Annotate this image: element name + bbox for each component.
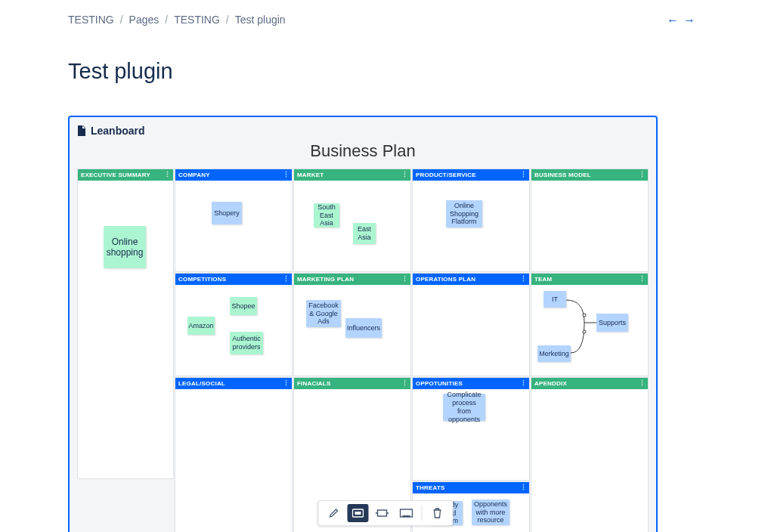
section-menu-icon[interactable]: ⋮: [639, 379, 646, 387]
section-header[interactable]: COMPETITIONS⋮: [175, 274, 292, 285]
view-full-button[interactable]: [396, 504, 417, 522]
page-title: Test plugin: [68, 59, 703, 84]
leanboard-panel: Leanboard Business Plan EXECUTIVE SUMMAR…: [68, 116, 658, 532]
section-header[interactable]: APENDDIX⋮: [531, 378, 648, 389]
breadcrumb-separator: /: [120, 14, 123, 26]
align-full-icon: [400, 509, 413, 518]
sticky-note[interactable]: Online Shopping Flatform: [446, 200, 482, 227]
align-center-icon: [352, 509, 364, 518]
section-menu-icon[interactable]: ⋮: [283, 171, 290, 178]
section-header[interactable]: EXECUTIVE SUMMARY⋮: [78, 169, 173, 181]
sticky-note[interactable]: Shopery: [212, 202, 242, 224]
sticky-note[interactable]: Supports: [596, 314, 628, 332]
section-menu-icon[interactable]: ⋮: [401, 171, 408, 178]
section-menu-icon[interactable]: ⋮: [520, 379, 527, 387]
section-header[interactable]: MARKETING PLAN⋮: [294, 274, 410, 285]
section-team: TEAM⋮ IT Supports Merketing: [531, 273, 649, 376]
section-legal-social: LEGAL/SOCIAL⋮: [175, 377, 293, 532]
delete-button[interactable]: [427, 504, 448, 522]
svg-point-0: [583, 314, 586, 317]
pencil-icon: [329, 508, 339, 518]
align-wide-icon: [376, 509, 389, 517]
section-appendix: APENDDIX⋮: [531, 377, 649, 532]
sticky-note[interactable]: Shopee: [230, 297, 257, 315]
breadcrumb-separator: /: [165, 14, 168, 26]
breadcrumb-item[interactable]: Test plugin: [235, 14, 286, 26]
section-header[interactable]: OPERATIONS PLAN⋮: [413, 274, 529, 285]
view-center-button[interactable]: [348, 504, 369, 522]
breadcrumb-item[interactable]: TESTING: [68, 14, 114, 26]
section-operations-plan: OPERATIONS PLAN⋮: [412, 273, 530, 376]
section-opportunities: OPPOTUNITIES⋮ Complicate process from op…: [412, 377, 530, 481]
section-menu-icon[interactable]: ⋮: [520, 275, 527, 283]
sticky-note[interactable]: Complicate process from opponents: [443, 394, 485, 421]
breadcrumb: TESTING / Pages / TESTING / Test plugin: [68, 14, 703, 26]
section-menu-icon[interactable]: ⋮: [520, 484, 527, 491]
svg-rect-8: [403, 515, 410, 517]
sticky-note[interactable]: East Asia: [353, 223, 376, 244]
edit-button[interactable]: [324, 504, 345, 522]
sticky-note[interactable]: Influencers: [345, 318, 382, 338]
section-menu-icon[interactable]: ⋮: [639, 275, 646, 283]
breadcrumb-item[interactable]: Pages: [129, 14, 159, 26]
svg-rect-3: [355, 512, 361, 515]
section-header[interactable]: MARKET⋮: [294, 169, 410, 181]
sticky-note[interactable]: South East Asia: [314, 203, 339, 227]
section-marketing-plan: MARKETING PLAN⋮ Facebook & Google Ads In…: [293, 273, 411, 376]
section-menu-icon[interactable]: ⋮: [639, 171, 646, 178]
breadcrumb-item[interactable]: TESTING: [174, 14, 220, 26]
section-menu-icon[interactable]: ⋮: [520, 171, 527, 178]
section-product: PRODUCT/SERVICE⋮ Online Shopping Flatfor…: [412, 169, 530, 272]
sticky-note[interactable]: Amazon: [187, 317, 215, 335]
board-title: Business Plan: [77, 141, 649, 161]
document-icon: [77, 125, 86, 136]
section-header[interactable]: THREATS⋮: [413, 482, 529, 493]
board: EXECUTIVE SUMMARY⋮ Online shopping COMPA…: [77, 169, 649, 532]
section-executive-summary: EXECUTIVE SUMMARY⋮ Online shopping: [77, 169, 174, 479]
sticky-note[interactable]: IT: [543, 291, 566, 308]
section-header[interactable]: BUSINESS MODEL⋮: [531, 169, 648, 181]
arrow-left-icon[interactable]: ←: [667, 14, 679, 27]
trash-icon: [433, 508, 442, 518]
section-company: COMPANY⋮ Shopery: [175, 169, 293, 272]
section-competitions: COMPETITIONS⋮ Shopee Amazon Authentic pr…: [175, 273, 293, 376]
section-business-model: BUSINESS MODEL⋮: [531, 169, 649, 272]
sticky-note[interactable]: Authentic providers: [230, 332, 263, 354]
sticky-note[interactable]: Merketing: [537, 345, 571, 362]
sticky-note[interactable]: Facebook & Google Ads: [306, 300, 341, 327]
svg-point-1: [583, 330, 586, 333]
section-menu-icon[interactable]: ⋮: [401, 275, 408, 283]
section-header[interactable]: PRODUCT/SERVICE⋮: [413, 169, 529, 181]
breadcrumb-separator: /: [226, 14, 229, 26]
section-market: MARKET⋮ South East Asia East Asia: [293, 169, 411, 272]
section-header[interactable]: LEGAL/SOCIAL⋮: [175, 378, 292, 389]
section-menu-icon[interactable]: ⋮: [401, 379, 408, 387]
sticky-note[interactable]: Online shopping: [104, 226, 146, 268]
section-menu-icon[interactable]: ⋮: [283, 379, 290, 387]
section-menu-icon[interactable]: ⋮: [283, 275, 290, 283]
toolbar-separator: [422, 506, 423, 521]
section-menu-icon[interactable]: ⋮: [164, 171, 171, 178]
svg-rect-4: [378, 510, 387, 516]
arrow-right-icon[interactable]: →: [683, 14, 695, 27]
edit-toolbar: [318, 500, 454, 526]
section-header[interactable]: OPPOTUNITIES⋮: [413, 378, 529, 389]
section-header[interactable]: TEAM⋮: [531, 274, 648, 285]
panel-label: Leanboard: [91, 125, 145, 137]
section-header[interactable]: FINACIALS⋮: [294, 378, 410, 389]
view-wide-button[interactable]: [372, 504, 393, 522]
sticky-note[interactable]: Opponents with more resource: [472, 500, 509, 525]
section-header[interactable]: COMPANY⋮: [175, 169, 292, 181]
